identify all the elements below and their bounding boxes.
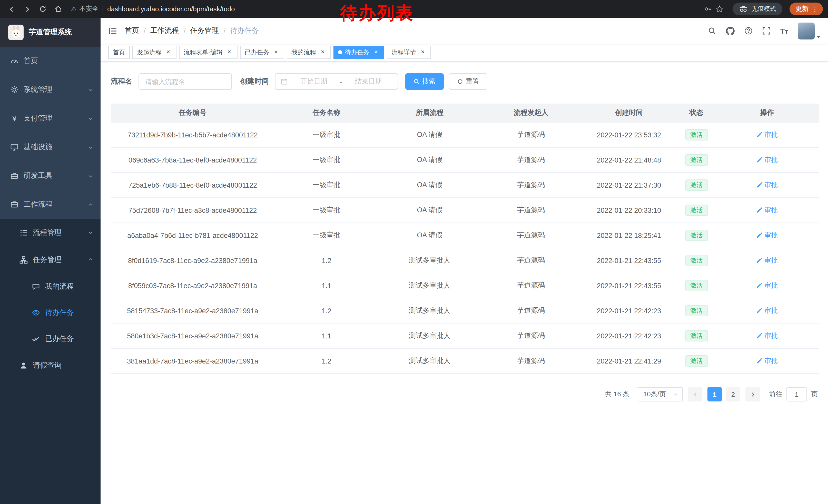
list-icon: [19, 228, 28, 237]
approve-link[interactable]: 审批: [756, 231, 778, 240]
approve-link[interactable]: 审批: [756, 356, 778, 366]
close-icon[interactable]: ×: [419, 49, 426, 56]
page-content: 流程名 创建时间 开始日期 - 结束日期 搜索: [100, 61, 828, 504]
close-icon[interactable]: ×: [226, 49, 233, 56]
avatar[interactable]: [798, 22, 815, 39]
back-icon[interactable]: [5, 2, 18, 16]
approve-link[interactable]: 审批: [756, 281, 778, 290]
reload-icon[interactable]: [36, 2, 49, 16]
tab-6[interactable]: 流程详情 ×: [387, 46, 431, 59]
sidebar-item-task-management[interactable]: 任务管理: [0, 246, 100, 273]
sidebar-item-home[interactable]: 首页: [0, 47, 100, 75]
tab-5[interactable]: 待办任务 ×: [333, 46, 384, 59]
org-flow-icon: [19, 256, 28, 264]
sidebar-item-todo-tasks[interactable]: 待办任务: [0, 300, 100, 326]
cell-task-id: 8f0d1619-7ac8-11ec-a9e2-a2380e71991a: [111, 257, 275, 264]
sidebar-item-payment[interactable]: ¥ 支付管理: [0, 104, 100, 133]
address-bar[interactable]: ⚠ 不安全 dashboard.yudao.iocoder.cn/bpm/tas…: [71, 5, 723, 13]
edit-icon: [756, 132, 762, 138]
tab-2[interactable]: 流程表单-编辑 ×: [179, 46, 238, 59]
table-row: 58154733-7ac8-11ec-a9e2-a2380e71991a 1.2…: [111, 299, 819, 324]
cell-process: 测试多审批人: [379, 281, 481, 290]
search-icon[interactable]: [708, 27, 716, 35]
sidebar-item-my-processes[interactable]: 我的流程: [0, 273, 100, 300]
approve-link[interactable]: 审批: [756, 256, 778, 265]
cell-task-id: 8f059c03-7ac8-11ec-a9e2-a2380e71991a: [111, 282, 275, 289]
url-text[interactable]: dashboard.yudao.iocoder.cn/bpm/task/todo: [107, 5, 235, 13]
password-key-icon[interactable]: [704, 5, 711, 13]
cell-created: 2022-01-22 20:33:10: [581, 207, 677, 214]
cell-process: OA 请假: [379, 180, 481, 190]
close-icon[interactable]: ×: [273, 49, 280, 56]
approve-link[interactable]: 审批: [756, 155, 778, 165]
chevron-down-icon: [88, 144, 93, 150]
next-page-button[interactable]: [745, 387, 760, 402]
tab-3[interactable]: 已办任务 ×: [240, 46, 284, 59]
approve-link[interactable]: 审批: [756, 130, 778, 139]
sidebar-item-done-tasks[interactable]: 已办任务: [0, 326, 100, 352]
cell-created: 2022-01-22 23:53:32: [581, 131, 677, 139]
cell-process: 测试多审批人: [379, 356, 481, 366]
update-button[interactable]: 更新 ⋮: [790, 3, 823, 15]
cell-starter: 芋道源码: [481, 306, 581, 315]
bookmark-star-icon[interactable]: [716, 5, 723, 13]
status-badge: 激活: [685, 230, 708, 241]
tab-4[interactable]: 我的流程 ×: [287, 46, 331, 59]
cell-created: 2022-01-21 22:43:55: [581, 282, 677, 289]
toolbox-icon: [10, 172, 18, 180]
sidebar-item-system[interactable]: 系统管理: [0, 75, 100, 104]
breadcrumb-home[interactable]: 首页: [125, 26, 139, 35]
cell-starter: 芋道源码: [481, 281, 581, 290]
font-size-icon[interactable]: TT: [780, 27, 788, 35]
cell-task-id: 381aa1dd-7ac8-11ec-a9e2-a2380e71991a: [111, 357, 275, 365]
page-button-1[interactable]: 1: [707, 387, 722, 402]
close-icon[interactable]: ×: [319, 49, 326, 56]
status-badge: 激活: [685, 330, 708, 341]
page-button-2[interactable]: 2: [726, 387, 740, 402]
sidebar-item-workflow[interactable]: 工作流程: [0, 190, 100, 219]
approve-link[interactable]: 审批: [756, 306, 778, 315]
chevron-down-icon: [88, 116, 93, 121]
column-header: 所属流程: [379, 108, 481, 118]
table-row: a6aba0a4-7b6d-11ec-b781-acde48001122 一级审…: [111, 223, 819, 248]
github-icon[interactable]: [726, 27, 734, 35]
edit-icon: [756, 308, 762, 314]
sidebar-item-leave-query[interactable]: 请假查询: [0, 352, 100, 379]
status-badge: 激活: [685, 204, 708, 216]
help-icon[interactable]: [744, 27, 752, 35]
approve-link[interactable]: 审批: [756, 331, 778, 340]
browser-menu-icon[interactable]: ⋮: [812, 5, 818, 13]
search-button[interactable]: 搜索: [405, 73, 444, 90]
approve-link[interactable]: 审批: [756, 205, 778, 215]
cell-starter: 芋道源码: [481, 331, 581, 340]
table-row: 580e1b3d-7ac8-11ec-a9e2-a2380e71991a 1.1…: [111, 324, 819, 349]
user-menu[interactable]: [798, 22, 821, 39]
sidebar-item-process-management[interactable]: 流程管理: [0, 219, 100, 246]
tab-1[interactable]: 发起流程 ×: [132, 46, 176, 59]
close-icon[interactable]: ×: [165, 49, 172, 56]
forward-icon[interactable]: [20, 2, 34, 16]
table-row: 725a1eb6-7b88-11ec-8ef0-acde48001122 一级审…: [111, 173, 819, 198]
cell-task-name: 1.2: [275, 357, 379, 365]
approve-link[interactable]: 审批: [756, 180, 778, 190]
fullscreen-icon[interactable]: [762, 27, 770, 35]
prev-page-button[interactable]: [688, 387, 702, 402]
security-chip[interactable]: ⚠ 不安全: [71, 5, 98, 13]
sidebar-item-infrastructure[interactable]: 基础设施: [0, 133, 100, 162]
sidebar-toggle-icon[interactable]: [100, 27, 125, 35]
breadcrumb-task-management[interactable]: 任务管理: [190, 26, 219, 35]
breadcrumb-workflow[interactable]: 工作流程: [150, 26, 179, 35]
sidebar-item-devtools[interactable]: 研发工具: [0, 162, 100, 190]
tab-0[interactable]: 首页: [108, 46, 130, 59]
page-size-select[interactable]: 10条/页: [637, 387, 683, 402]
close-icon[interactable]: ×: [372, 49, 380, 56]
cell-created: 2022-01-22 21:37:30: [581, 181, 677, 189]
cell-task-id: a6aba0a4-7b6d-11ec-b781-acde48001122: [111, 231, 275, 239]
home-icon[interactable]: [51, 2, 65, 16]
incognito-badge: 无痕模式: [733, 3, 782, 15]
edit-icon: [756, 333, 762, 339]
process-name-input[interactable]: [138, 73, 232, 90]
reset-button[interactable]: 重置: [449, 73, 487, 90]
date-range-picker[interactable]: 开始日期 - 结束日期: [275, 73, 398, 90]
goto-page-input[interactable]: [786, 387, 807, 402]
